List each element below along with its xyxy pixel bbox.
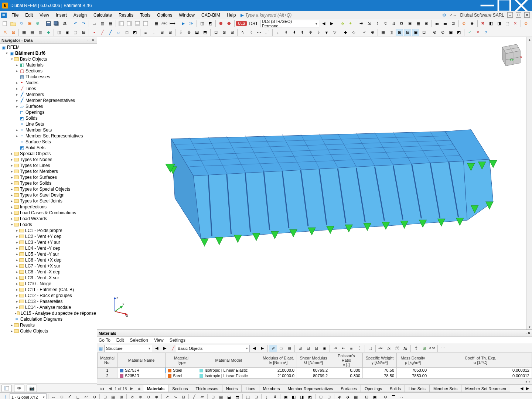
r15-icon[interactable]: ✖ (479, 20, 487, 27)
tab-surfaces[interactable]: Surfaces (337, 385, 361, 392)
t2-l6-icon[interactable]: ⊡ (420, 29, 427, 36)
menu-options[interactable]: Options (154, 12, 175, 18)
tab-solids[interactable]: Solids (386, 385, 405, 392)
grid1-icon[interactable]: ▦ (153, 20, 160, 27)
wizard-icon[interactable]: ⚙ (34, 20, 41, 27)
tree-types-for-lines[interactable]: ▸Types for Lines (0, 163, 97, 168)
prev-lc-icon[interactable]: ◀ (320, 20, 327, 27)
menu-file[interactable]: File (8, 12, 22, 18)
t2-h1-icon[interactable]: ∿ (239, 29, 246, 36)
tree-lc2[interactable]: ▸LC2 - Vent +Y dep (0, 233, 97, 239)
close-button[interactable] (513, 0, 530, 11)
t2-7-icon[interactable]: ◫ (55, 29, 63, 36)
tree-surfaces[interactable]: ▸Surfaces (0, 103, 97, 109)
bt19-icon[interactable]: ⊞ (209, 393, 216, 399)
tree-lc12[interactable]: ▸LC12 - Rack et groupes (0, 293, 97, 299)
t2-i2-icon[interactable]: ⇓ (282, 29, 290, 36)
r9-icon[interactable]: ⊟ (423, 20, 430, 27)
filter-icon[interactable]: ⚙ (442, 13, 446, 18)
materials-header[interactable]: Materials ▫ ✕ (97, 330, 532, 337)
t2-g1-icon[interactable]: ⊡ (212, 29, 219, 36)
r4-icon[interactable]: ↯ (382, 20, 389, 27)
tree-results[interactable]: ▸Results (0, 322, 97, 328)
filter3-icon[interactable]: ◩ (207, 20, 214, 27)
pt-cursor-icon[interactable]: ⬀ (269, 345, 277, 352)
viewport-3d[interactable]: Z X Y +Y -X ▴▾ (97, 37, 532, 330)
tree-solids[interactable]: Solids (0, 115, 97, 121)
tree-lc8[interactable]: ▸LC8 - Vent -X dep (0, 269, 97, 275)
t2-set4-icon[interactable]: ⊟ (166, 29, 174, 36)
bt10-icon[interactable]: ⊘ (128, 393, 136, 399)
bt18-icon[interactable]: ▱ (198, 393, 206, 399)
tree-members[interactable]: ▸Members (0, 92, 97, 98)
matmenu-edit[interactable]: Edit (116, 338, 124, 343)
pt-filter-icon[interactable]: ▤ (286, 345, 293, 352)
tree-sections[interactable]: ▸Sections (0, 68, 97, 74)
r3-icon[interactable]: ⤴ (374, 20, 381, 27)
tab-thicknesses[interactable]: Thicknesses (192, 385, 222, 392)
bt40-icon[interactable]: ∴ (398, 393, 405, 399)
t2-i3-icon[interactable]: ⬇ (290, 29, 298, 36)
print-icon[interactable]: 🖶 (61, 20, 68, 27)
bt2-icon[interactable]: ⊕ (58, 393, 65, 399)
t2-sp4-icon[interactable]: ⬒ (201, 29, 209, 36)
bt23-icon[interactable]: ⬚ (244, 393, 252, 399)
r18-icon[interactable]: ⬚ (504, 20, 511, 27)
res2-icon[interactable]: ✦ (347, 20, 354, 27)
bt33-icon[interactable]: ⬖ (336, 393, 343, 399)
viewport-scrollbar[interactable]: ▴▾ (526, 37, 532, 330)
bt11-icon[interactable]: ⊗ (136, 393, 144, 399)
tab-sections[interactable]: Sections (168, 385, 192, 392)
col-no[interactable]: Material No. (100, 356, 115, 365)
pt-next2-icon[interactable]: ▶ (259, 345, 266, 352)
pt-fx3-icon[interactable]: fx (402, 345, 409, 352)
menu-window[interactable]: Window (175, 12, 198, 18)
col-a[interactable]: Coeff. of Th. Exp. α [1/°C] (465, 356, 496, 365)
t2-l1-icon[interactable]: ▦ (379, 29, 387, 36)
menu-cad-bim[interactable]: CAD-BIM (198, 12, 224, 18)
t2-n2-icon[interactable]: ✕ (474, 29, 481, 36)
bt38-icon[interactable]: ⊙ (382, 393, 389, 399)
bt28-icon[interactable]: ◧ (290, 393, 297, 399)
r10-icon[interactable]: ☷ (433, 20, 441, 27)
table-row[interactable]: 2 S235JR Steel Isotropic | Linear Elasti… (98, 373, 532, 378)
bt15-icon[interactable]: ↘ (171, 393, 179, 399)
tree-openings[interactable]: Openings (0, 109, 97, 115)
tab-line-sets[interactable]: Line Sets (405, 385, 430, 392)
t2-set2-icon[interactable]: ⋮ (150, 29, 157, 36)
matmenu-settings[interactable]: Settings (170, 338, 185, 343)
t2-5-icon[interactable]: ▥ (37, 29, 44, 36)
block-icon[interactable]: ⊞ (26, 20, 33, 27)
tree-types-for-special-objects[interactable]: ▸Types for Special Objects (0, 186, 97, 192)
materials-close-icon[interactable]: ✕ (527, 331, 531, 335)
t2-i1-icon[interactable]: ↓ (274, 29, 282, 36)
pt-d-icon[interactable]: ▣ (321, 345, 328, 352)
tree-lines[interactable]: ▸Lines (0, 86, 97, 92)
t2-k2-icon[interactable]: ⊕ (369, 29, 376, 36)
menu-tools[interactable]: Tools (137, 12, 154, 18)
tree-lc5[interactable]: ▸LC5 - Vent -Y sur (0, 251, 97, 257)
materials-table[interactable]: Material No. Material Name Material Type… (97, 353, 532, 378)
t2-3-icon[interactable]: ▦ (20, 29, 28, 36)
tree-loads[interactable]: ▾Loads (0, 222, 97, 228)
t2-2-icon[interactable]: ⊡ (10, 29, 17, 36)
tree-lc13[interactable]: ▸LC13 - Passerelles (0, 299, 97, 304)
tree-lc11[interactable]: ▸LC11 - Entretien (Cat. B) (0, 287, 97, 293)
tree-types-for-steel-joints[interactable]: ▸Types for Steel Joints (0, 198, 97, 204)
tree-lc14[interactable]: ▸LC14 - Analyse modale (0, 304, 97, 310)
menu-edit[interactable]: Edit (22, 12, 36, 18)
tree-lc15[interactable]: ▸LC15 - Analyse du spectre de réponse (0, 310, 97, 316)
opening-icon[interactable]: ◻ (123, 29, 130, 36)
pt-xls-icon[interactable]: ⊞ (420, 345, 428, 352)
r11-icon[interactable]: ☰ (441, 20, 449, 27)
help-icon[interactable]: ⊘ (522, 20, 530, 27)
panel4-icon[interactable] (142, 20, 149, 27)
menu-insert[interactable]: Insert (52, 12, 70, 18)
mdi-minimize-button[interactable]: – (507, 12, 513, 18)
t2-l2-icon[interactable]: ◫ (388, 29, 395, 36)
pt-c-icon[interactable]: ⊡ (313, 345, 320, 352)
materials-hscroll[interactable]: ◂▸ (97, 378, 532, 384)
bt35-icon[interactable]: ▦ (352, 393, 359, 399)
r2-icon[interactable]: ⇲ (366, 20, 373, 27)
pt-e-icon[interactable]: ⇥ (331, 345, 339, 352)
